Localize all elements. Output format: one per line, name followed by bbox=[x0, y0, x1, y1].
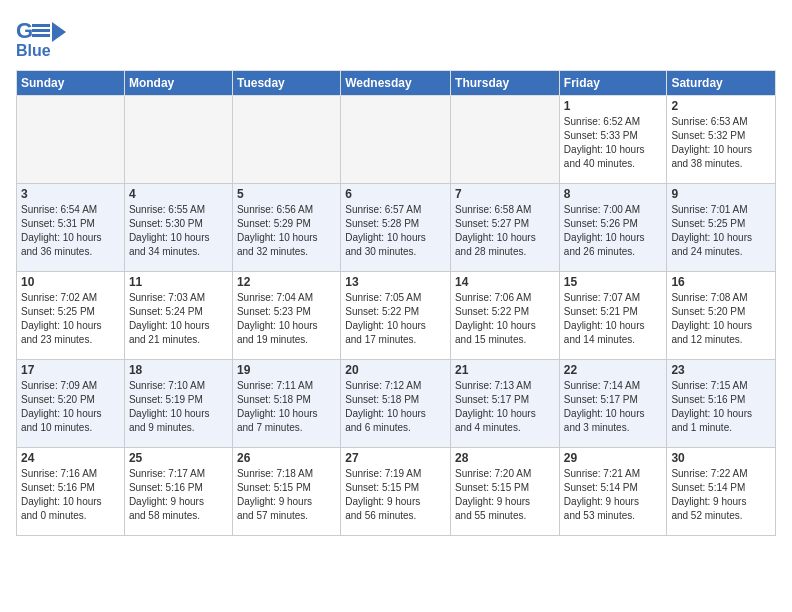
svg-rect-2 bbox=[32, 29, 50, 32]
day-info: Sunrise: 7:07 AM Sunset: 5:21 PM Dayligh… bbox=[564, 291, 663, 347]
day-info: Sunrise: 6:56 AM Sunset: 5:29 PM Dayligh… bbox=[237, 203, 336, 259]
day-number: 13 bbox=[345, 275, 446, 289]
day-number: 25 bbox=[129, 451, 228, 465]
day-number: 29 bbox=[564, 451, 663, 465]
calendar-cell: 23Sunrise: 7:15 AM Sunset: 5:16 PM Dayli… bbox=[667, 360, 776, 448]
day-info: Sunrise: 7:15 AM Sunset: 5:16 PM Dayligh… bbox=[671, 379, 771, 435]
calendar-cell bbox=[341, 96, 451, 184]
svg-rect-3 bbox=[32, 34, 50, 37]
day-info: Sunrise: 7:17 AM Sunset: 5:16 PM Dayligh… bbox=[129, 467, 228, 523]
day-info: Sunrise: 7:03 AM Sunset: 5:24 PM Dayligh… bbox=[129, 291, 228, 347]
calendar-header-wednesday: Wednesday bbox=[341, 71, 451, 96]
day-info: Sunrise: 7:00 AM Sunset: 5:26 PM Dayligh… bbox=[564, 203, 663, 259]
day-info: Sunrise: 7:11 AM Sunset: 5:18 PM Dayligh… bbox=[237, 379, 336, 435]
calendar-cell: 1Sunrise: 6:52 AM Sunset: 5:33 PM Daylig… bbox=[559, 96, 667, 184]
day-number: 17 bbox=[21, 363, 120, 377]
calendar-cell: 12Sunrise: 7:04 AM Sunset: 5:23 PM Dayli… bbox=[232, 272, 340, 360]
day-info: Sunrise: 6:58 AM Sunset: 5:27 PM Dayligh… bbox=[455, 203, 555, 259]
day-info: Sunrise: 7:14 AM Sunset: 5:17 PM Dayligh… bbox=[564, 379, 663, 435]
day-info: Sunrise: 7:05 AM Sunset: 5:22 PM Dayligh… bbox=[345, 291, 446, 347]
calendar-cell: 29Sunrise: 7:21 AM Sunset: 5:14 PM Dayli… bbox=[559, 448, 667, 536]
day-number: 12 bbox=[237, 275, 336, 289]
calendar-cell: 9Sunrise: 7:01 AM Sunset: 5:25 PM Daylig… bbox=[667, 184, 776, 272]
calendar-cell: 19Sunrise: 7:11 AM Sunset: 5:18 PM Dayli… bbox=[232, 360, 340, 448]
calendar-header-saturday: Saturday bbox=[667, 71, 776, 96]
day-info: Sunrise: 6:55 AM Sunset: 5:30 PM Dayligh… bbox=[129, 203, 228, 259]
day-number: 18 bbox=[129, 363, 228, 377]
calendar-cell: 5Sunrise: 6:56 AM Sunset: 5:29 PM Daylig… bbox=[232, 184, 340, 272]
day-number: 24 bbox=[21, 451, 120, 465]
day-number: 22 bbox=[564, 363, 663, 377]
calendar-cell: 10Sunrise: 7:02 AM Sunset: 5:25 PM Dayli… bbox=[17, 272, 125, 360]
calendar-cell: 15Sunrise: 7:07 AM Sunset: 5:21 PM Dayli… bbox=[559, 272, 667, 360]
day-info: Sunrise: 7:09 AM Sunset: 5:20 PM Dayligh… bbox=[21, 379, 120, 435]
calendar-cell: 27Sunrise: 7:19 AM Sunset: 5:15 PM Dayli… bbox=[341, 448, 451, 536]
svg-rect-1 bbox=[32, 24, 50, 27]
day-info: Sunrise: 7:02 AM Sunset: 5:25 PM Dayligh… bbox=[21, 291, 120, 347]
day-number: 4 bbox=[129, 187, 228, 201]
svg-text:G: G bbox=[16, 18, 33, 43]
calendar-cell: 18Sunrise: 7:10 AM Sunset: 5:19 PM Dayli… bbox=[124, 360, 232, 448]
calendar-cell: 28Sunrise: 7:20 AM Sunset: 5:15 PM Dayli… bbox=[451, 448, 560, 536]
day-info: Sunrise: 6:54 AM Sunset: 5:31 PM Dayligh… bbox=[21, 203, 120, 259]
calendar-cell: 16Sunrise: 7:08 AM Sunset: 5:20 PM Dayli… bbox=[667, 272, 776, 360]
calendar-week-row: 24Sunrise: 7:16 AM Sunset: 5:16 PM Dayli… bbox=[17, 448, 776, 536]
day-number: 26 bbox=[237, 451, 336, 465]
day-number: 7 bbox=[455, 187, 555, 201]
calendar-header-thursday: Thursday bbox=[451, 71, 560, 96]
calendar-header-friday: Friday bbox=[559, 71, 667, 96]
calendar-week-row: 3Sunrise: 6:54 AM Sunset: 5:31 PM Daylig… bbox=[17, 184, 776, 272]
day-info: Sunrise: 7:01 AM Sunset: 5:25 PM Dayligh… bbox=[671, 203, 771, 259]
day-number: 30 bbox=[671, 451, 771, 465]
calendar-cell bbox=[232, 96, 340, 184]
logo-svg: G Blue bbox=[16, 16, 106, 60]
day-number: 11 bbox=[129, 275, 228, 289]
calendar-cell: 24Sunrise: 7:16 AM Sunset: 5:16 PM Dayli… bbox=[17, 448, 125, 536]
calendar-cell: 11Sunrise: 7:03 AM Sunset: 5:24 PM Dayli… bbox=[124, 272, 232, 360]
calendar-cell: 8Sunrise: 7:00 AM Sunset: 5:26 PM Daylig… bbox=[559, 184, 667, 272]
calendar-cell: 26Sunrise: 7:18 AM Sunset: 5:15 PM Dayli… bbox=[232, 448, 340, 536]
calendar-cell: 30Sunrise: 7:22 AM Sunset: 5:14 PM Dayli… bbox=[667, 448, 776, 536]
header: G Blue bbox=[16, 16, 776, 60]
calendar-cell: 3Sunrise: 6:54 AM Sunset: 5:31 PM Daylig… bbox=[17, 184, 125, 272]
day-info: Sunrise: 7:16 AM Sunset: 5:16 PM Dayligh… bbox=[21, 467, 120, 523]
calendar-cell: 2Sunrise: 6:53 AM Sunset: 5:32 PM Daylig… bbox=[667, 96, 776, 184]
day-info: Sunrise: 7:13 AM Sunset: 5:17 PM Dayligh… bbox=[455, 379, 555, 435]
day-info: Sunrise: 7:18 AM Sunset: 5:15 PM Dayligh… bbox=[237, 467, 336, 523]
day-number: 23 bbox=[671, 363, 771, 377]
day-info: Sunrise: 7:20 AM Sunset: 5:15 PM Dayligh… bbox=[455, 467, 555, 523]
day-info: Sunrise: 7:04 AM Sunset: 5:23 PM Dayligh… bbox=[237, 291, 336, 347]
day-number: 5 bbox=[237, 187, 336, 201]
logo: G Blue bbox=[16, 16, 106, 60]
day-info: Sunrise: 7:12 AM Sunset: 5:18 PM Dayligh… bbox=[345, 379, 446, 435]
calendar-cell bbox=[124, 96, 232, 184]
calendar-cell bbox=[17, 96, 125, 184]
day-number: 27 bbox=[345, 451, 446, 465]
day-info: Sunrise: 7:10 AM Sunset: 5:19 PM Dayligh… bbox=[129, 379, 228, 435]
calendar-week-row: 17Sunrise: 7:09 AM Sunset: 5:20 PM Dayli… bbox=[17, 360, 776, 448]
calendar-table: SundayMondayTuesdayWednesdayThursdayFrid… bbox=[16, 70, 776, 536]
day-number: 16 bbox=[671, 275, 771, 289]
calendar-header-monday: Monday bbox=[124, 71, 232, 96]
calendar-cell: 25Sunrise: 7:17 AM Sunset: 5:16 PM Dayli… bbox=[124, 448, 232, 536]
day-info: Sunrise: 7:08 AM Sunset: 5:20 PM Dayligh… bbox=[671, 291, 771, 347]
day-info: Sunrise: 7:06 AM Sunset: 5:22 PM Dayligh… bbox=[455, 291, 555, 347]
day-number: 9 bbox=[671, 187, 771, 201]
svg-text:Blue: Blue bbox=[16, 42, 51, 59]
day-info: Sunrise: 7:19 AM Sunset: 5:15 PM Dayligh… bbox=[345, 467, 446, 523]
calendar-cell: 4Sunrise: 6:55 AM Sunset: 5:30 PM Daylig… bbox=[124, 184, 232, 272]
page: G Blue SundayMondayTuesdayWednesdayThurs… bbox=[0, 0, 792, 612]
calendar-cell: 6Sunrise: 6:57 AM Sunset: 5:28 PM Daylig… bbox=[341, 184, 451, 272]
calendar-cell: 13Sunrise: 7:05 AM Sunset: 5:22 PM Dayli… bbox=[341, 272, 451, 360]
day-info: Sunrise: 6:52 AM Sunset: 5:33 PM Dayligh… bbox=[564, 115, 663, 171]
day-number: 6 bbox=[345, 187, 446, 201]
calendar-cell: 22Sunrise: 7:14 AM Sunset: 5:17 PM Dayli… bbox=[559, 360, 667, 448]
calendar-cell: 21Sunrise: 7:13 AM Sunset: 5:17 PM Dayli… bbox=[451, 360, 560, 448]
calendar-week-row: 1Sunrise: 6:52 AM Sunset: 5:33 PM Daylig… bbox=[17, 96, 776, 184]
day-info: Sunrise: 6:53 AM Sunset: 5:32 PM Dayligh… bbox=[671, 115, 771, 171]
day-number: 10 bbox=[21, 275, 120, 289]
day-number: 2 bbox=[671, 99, 771, 113]
calendar-cell: 7Sunrise: 6:58 AM Sunset: 5:27 PM Daylig… bbox=[451, 184, 560, 272]
day-number: 15 bbox=[564, 275, 663, 289]
calendar-header-tuesday: Tuesday bbox=[232, 71, 340, 96]
